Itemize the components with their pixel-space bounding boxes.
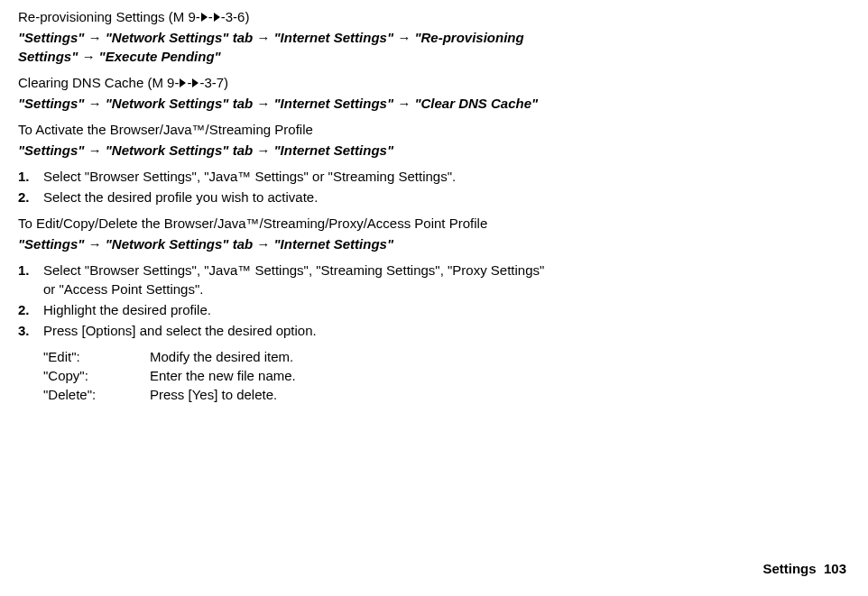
page-footer: Settings 103 — [762, 559, 846, 578]
title-text: Re-provisioning Settings (M 9- — [18, 9, 200, 24]
document-content: Re-provisioning Settings (M 9---3-6) "Se… — [18, 7, 550, 404]
steps-activate: 1. Select "Browser Settings", "Java™ Set… — [18, 167, 550, 206]
title-text: -3-6) — [221, 9, 250, 24]
title-text: Clearing DNS Cache (M 9- — [18, 75, 179, 90]
option-desc: Enter the new file name. — [150, 366, 550, 385]
option-label: "Edit": — [43, 347, 150, 366]
subtitle-edit-profile: To Edit/Copy/Delete the Browser/Java™/St… — [18, 214, 550, 233]
option-label: "Copy": — [43, 366, 150, 385]
section-title-dns: Clearing DNS Cache (M 9---3-7) — [18, 73, 550, 92]
step-text: Highlight the desired profile. — [43, 302, 211, 317]
step-number: 2. — [18, 188, 30, 206]
option-desc: Press [Yes] to delete. — [150, 385, 550, 404]
step-number: 1. — [18, 167, 30, 186]
right-arrow-icon — [214, 13, 220, 22]
right-arrow-icon — [180, 78, 186, 87]
step-number: 3. — [18, 321, 30, 340]
option-row-copy: "Copy": Enter the new file name. — [43, 366, 550, 385]
step-item: 2. Select the desired profile you wish t… — [18, 188, 550, 206]
step-text: Select "Browser Settings", "Java™ Settin… — [43, 169, 456, 184]
step-item: 3. Press [Options] and select the desire… — [18, 321, 550, 340]
right-arrow-icon — [192, 78, 199, 87]
right-arrow-icon — [201, 13, 208, 22]
step-item: 1. Select "Browser Settings", "Java™ Set… — [18, 167, 550, 186]
step-number: 2. — [18, 300, 30, 319]
nav-path-dns: "Settings" → "Network Settings" tab → "I… — [18, 94, 550, 113]
step-number: 1. — [18, 261, 30, 280]
nav-path-activate: "Settings" → "Network Settings" tab → "I… — [18, 141, 550, 160]
step-text: Select the desired profile you wish to a… — [43, 189, 318, 205]
subtitle-activate-profile: To Activate the Browser/Java™/Streaming … — [18, 120, 550, 139]
option-desc: Modify the desired item. — [150, 347, 550, 366]
section-title-reprovisioning: Re-provisioning Settings (M 9---3-6) — [18, 7, 550, 26]
nav-path-reprovisioning: "Settings" → "Network Settings" tab → "I… — [18, 28, 550, 66]
option-row-edit: "Edit": Modify the desired item. — [43, 347, 550, 366]
title-text: -3-7) — [199, 75, 228, 90]
option-row-delete: "Delete": Press [Yes] to delete. — [43, 385, 550, 404]
step-item: 2. Highlight the desired profile. — [18, 300, 550, 319]
footer-page-number: 103 — [824, 561, 846, 576]
step-text: Select "Browser Settings", "Java™ Settin… — [43, 262, 544, 297]
step-text: Press [Options] and select the desired o… — [43, 323, 317, 338]
steps-edit: 1. Select "Browser Settings", "Java™ Set… — [18, 261, 550, 340]
step-item: 1. Select "Browser Settings", "Java™ Set… — [18, 261, 550, 298]
footer-label: Settings — [762, 561, 816, 576]
options-list: "Edit": Modify the desired item. "Copy":… — [18, 347, 550, 404]
option-label: "Delete": — [43, 385, 150, 404]
nav-path-edit: "Settings" → "Network Settings" tab → "I… — [18, 234, 550, 253]
